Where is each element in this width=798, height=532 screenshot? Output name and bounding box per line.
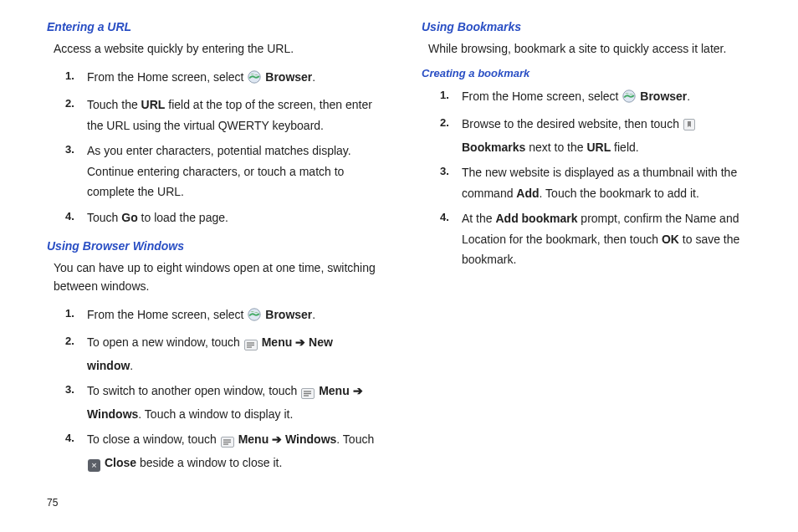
intro-browser-windows: You can have up to eight windows open at… bbox=[54, 259, 381, 295]
close-icon: × bbox=[88, 459, 100, 472]
globe-icon bbox=[248, 307, 261, 328]
list-item: From the Home screen, select Browser. bbox=[47, 304, 381, 328]
list-item: Browse to the desired website, then touc… bbox=[422, 114, 756, 157]
heading-creating-bookmark: Creating a bookmark bbox=[422, 67, 756, 79]
list-item: Touch Go to load the page. bbox=[47, 207, 381, 228]
steps-browser-windows: From the Home screen, select Browser. To… bbox=[47, 304, 381, 473]
menu-icon bbox=[244, 335, 258, 356]
page-number: 75 bbox=[47, 497, 58, 509]
intro-entering-url: Access a website quickly by entering the… bbox=[54, 40, 381, 59]
bookmark-icon bbox=[683, 116, 695, 137]
list-item: To close a window, touch Menu ➔ Windows.… bbox=[47, 429, 381, 473]
heading-using-bookmarks: Using Bookmarks bbox=[422, 20, 756, 33]
list-item: To open a new window, touch Menu ➔ New w… bbox=[47, 332, 381, 376]
steps-creating-bookmark: From the Home screen, select Browser. Br… bbox=[422, 86, 756, 270]
list-item: At the Add bookmark prompt, confirm the … bbox=[422, 208, 756, 270]
list-item: As you enter characters, potential match… bbox=[47, 141, 381, 202]
intro-using-bookmarks: While browsing, bookmark a site to quick… bbox=[428, 40, 756, 59]
right-column: Using Bookmarks While browsing, bookmark… bbox=[422, 20, 756, 484]
left-column: Entering a URL Access a website quickly … bbox=[47, 20, 381, 484]
menu-icon bbox=[221, 432, 234, 453]
heading-entering-url: Entering a URL bbox=[47, 20, 381, 33]
list-item: Touch the URL field at the top of the sc… bbox=[47, 95, 381, 136]
list-item: From the Home screen, select Browser. bbox=[47, 67, 381, 90]
globe-icon bbox=[622, 89, 636, 110]
globe-icon bbox=[248, 69, 261, 90]
steps-entering-url: From the Home screen, select Browser. To… bbox=[47, 67, 381, 228]
menu-icon bbox=[301, 383, 315, 404]
list-item: To switch to another open window, touch … bbox=[47, 381, 381, 424]
list-item: From the Home screen, select Browser. bbox=[422, 86, 756, 110]
list-item: The new website is displayed as a thumbn… bbox=[422, 162, 756, 203]
heading-browser-windows: Using Browser Windows bbox=[47, 239, 381, 253]
